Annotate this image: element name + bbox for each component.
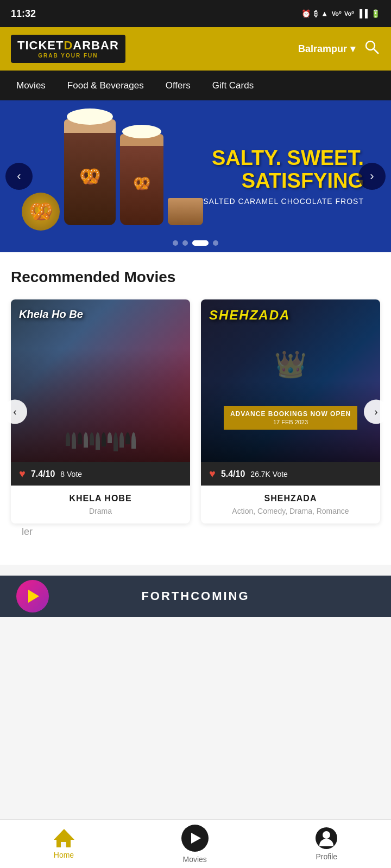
movie-card-khela-hobe[interactable]: Khela Ho Be: [11, 299, 190, 524]
app-header: TICKETDARBAR GRAB YOUR FUN Balrampur ▾: [0, 27, 391, 71]
nav-item-food[interactable]: Food & Beverages: [67, 80, 144, 91]
movie-name-khela: KHELA HOBE: [16, 494, 185, 503]
lte-icon: Vo⁰: [344, 10, 354, 17]
banner-headline: SALTY. SWEET.SATISFYING: [203, 147, 364, 193]
rating-shehzada: 5.4/10: [221, 469, 245, 479]
movie-info-khela: KHELA HOBE Drama: [11, 486, 190, 524]
volte-icon: Vo⁰: [332, 10, 341, 17]
movie-card-shehzada[interactable]: SHEHZADA ADVANCE BOOKINGS NOW OPEN 17 FE…: [201, 299, 380, 524]
rating-khela: 7.4/10: [31, 469, 55, 479]
poster-title-shehzada: SHEHZADA: [209, 308, 290, 323]
header-right: Balrampur ▾: [298, 39, 380, 59]
trailer-label: ler: [11, 524, 380, 548]
svg-point-0: [366, 41, 375, 50]
heart-icon-khela[interactable]: ♥: [19, 468, 26, 480]
status-bar: 11:32 ⏰ ₿ ▲ Vo⁰ Vo⁰ ▐▐ 🔋: [0, 0, 391, 27]
home-icon: [54, 829, 73, 847]
battery-icon: 🔋: [371, 9, 380, 18]
advance-booking-text: ADVANCE BOOKINGS NOW OPEN: [230, 410, 351, 418]
logo-text: TICKETDARBAR: [17, 39, 119, 52]
nav-item-giftcards[interactable]: Gift Cards: [212, 80, 254, 91]
svg-line-1: [374, 49, 379, 54]
wifi-icon: ▲: [321, 9, 329, 18]
promotional-banner: 🥨 🥨 🥨: [0, 100, 391, 252]
recommended-section: Recommended Movies ‹ Khela Ho Be: [0, 252, 391, 565]
bottom-nav-profile[interactable]: Profile: [305, 823, 348, 865]
bluetooth-icon: ₿: [314, 9, 318, 18]
forthcoming-icon: [16, 580, 49, 612]
movie-poster-khela-hobe: Khela Ho Be: [11, 299, 190, 462]
alarm-icon: ⏰: [301, 9, 311, 18]
banner-dots: [173, 240, 218, 246]
location-text: Balrampur: [298, 43, 347, 55]
play-icon: [28, 590, 39, 603]
logo-box: TICKETDARBAR GRAB YOUR FUN: [11, 35, 125, 62]
forthcoming-section: FORTHCOMING: [0, 576, 391, 617]
search-button[interactable]: [364, 39, 380, 59]
signal-icon: ▐▐: [357, 9, 368, 18]
status-time: 11:32: [11, 8, 36, 20]
banner-dot-3[interactable]: [192, 240, 209, 246]
logo-container: TICKETDARBAR GRAB YOUR FUN: [11, 35, 125, 62]
pretzel-decoration: 🥨: [22, 193, 60, 225]
banner-next-button[interactable]: ›: [358, 163, 386, 190]
movies-icon: [181, 825, 209, 852]
banner-cups: 🥨 🥨 🥨: [11, 111, 203, 241]
advance-booking-badge: ADVANCE BOOKINGS NOW OPEN 17 FEB 2023: [201, 406, 380, 430]
heart-icon-shehzada[interactable]: ♥: [209, 468, 216, 480]
banner-dot-4[interactable]: [213, 240, 218, 246]
nav-menu: Movies Food & Beverages Offers Gift Card…: [0, 71, 391, 100]
logo-subtitle: GRAB YOUR FUN: [17, 53, 119, 59]
banner-text: SALTY. SWEET.SATISFYING SALTED CARAMEL C…: [203, 147, 380, 206]
crown-decoration: 👑: [274, 349, 307, 380]
chevron-down-icon: ▾: [350, 43, 355, 55]
banner-content: 🥨 🥨 🥨: [0, 100, 391, 252]
bottom-nav-label-movies: Movies: [182, 855, 206, 864]
poster-title-khela: Khela Ho Be: [19, 308, 83, 321]
banner-dot-2[interactable]: [182, 240, 188, 246]
movie-genre-shehzada: Action, Comedy, Drama, Romance: [206, 507, 375, 515]
cup-small: [168, 198, 203, 225]
recommended-title: Recommended Movies: [11, 269, 380, 286]
movies-prev-button[interactable]: ‹: [3, 399, 27, 424]
votes-khela: 8 Vote: [60, 470, 82, 478]
bottom-nav: Home Movies Profile: [0, 819, 391, 868]
movie-info-shehzada: SHEHZADA Action, Comedy, Drama, Romance: [201, 486, 380, 524]
bottom-nav-label-profile: Profile: [316, 852, 337, 861]
banner-dot-1[interactable]: [173, 240, 178, 246]
poster-crowd: [11, 432, 190, 451]
status-icons: ⏰ ₿ ▲ Vo⁰ Vo⁰ ▐▐ 🔋: [301, 9, 380, 18]
movie-genre-khela: Drama: [16, 507, 185, 515]
location-button[interactable]: Balrampur ▾: [298, 43, 355, 55]
nav-item-movies[interactable]: Movies: [16, 80, 46, 91]
bottom-nav-home[interactable]: Home: [43, 825, 85, 864]
search-icon: [364, 39, 380, 55]
bottom-nav-movies[interactable]: Movies: [171, 820, 219, 868]
cup-large: 🥨: [64, 127, 116, 225]
cup-medium: 🥨: [120, 141, 163, 225]
release-date: 17 FEB 2023: [230, 419, 351, 425]
banner-subtext: SALTED CARAMEL CHOCOLATE FROST: [203, 197, 364, 206]
movie-name-shehzada: SHEHZADA: [206, 494, 375, 503]
nav-item-offers[interactable]: Offers: [166, 80, 191, 91]
movies-next-button[interactable]: ›: [364, 399, 388, 424]
movie-poster-shehzada: SHEHZADA ADVANCE BOOKINGS NOW OPEN 17 FE…: [201, 299, 380, 462]
votes-shehzada: 26.7K Vote: [250, 470, 288, 478]
profile-icon: [316, 827, 337, 849]
movie-rating-bar-shehzada: ♥ 5.4/10 26.7K Vote: [201, 462, 380, 486]
forthcoming-title: FORTHCOMING: [11, 589, 380, 603]
bottom-nav-label-home: Home: [54, 851, 74, 859]
banner-prev-button[interactable]: ‹: [5, 163, 33, 190]
movies-grid: ‹ Khela Ho Be: [11, 299, 380, 524]
movie-rating-bar-khela: ♥ 7.4/10 8 Vote: [11, 462, 190, 486]
play-triangle-icon: [191, 833, 201, 844]
